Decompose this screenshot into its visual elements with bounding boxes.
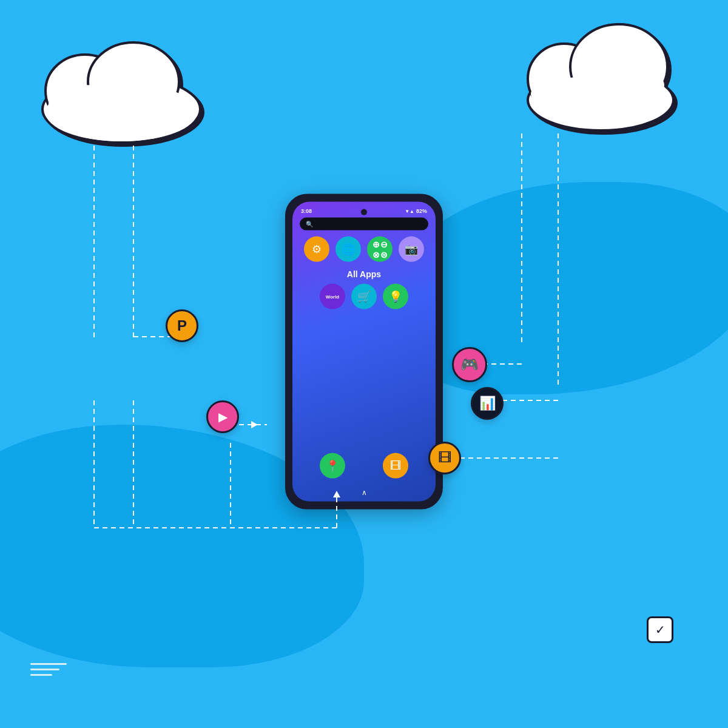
svg-point-11 <box>531 75 670 129</box>
play-symbol: ▶ <box>218 410 228 424</box>
camera-icon: 📷 <box>405 243 418 256</box>
phone-notch <box>361 209 367 215</box>
cart-app-icon[interactable]: 🛒 <box>351 284 377 309</box>
cloud-right <box>510 12 692 136</box>
location-app-icon[interactable]: 📍 <box>320 453 345 479</box>
game-float-icon[interactable]: 🎮 <box>452 347 487 382</box>
phone-outer: 3:08 ▼▲ 82% 🔍 ⚙ 🌐 <box>285 194 443 510</box>
parking-float-icon[interactable]: P <box>166 309 198 342</box>
game-icon: 🎮 <box>460 356 479 373</box>
line-3 <box>30 674 52 676</box>
world-app-icon[interactable]: World <box>320 284 345 309</box>
bottom-apps-row: World 🛒 💡 <box>292 281 436 312</box>
nav-apps-row: 📍 🎞 <box>292 451 436 481</box>
battery-level: 82% <box>416 208 427 214</box>
svg-point-5 <box>46 83 197 141</box>
search-icon: 🔍 <box>306 221 313 228</box>
signal-icon: ▼▲ <box>405 208 414 214</box>
settings-app-icon[interactable]: ⚙ <box>304 237 329 262</box>
top-apps-row: ⚙ 🌐 ⊕⊖⊗⊜ 📷 <box>292 234 436 265</box>
settings-icon: ⚙ <box>312 243 322 256</box>
all-apps-label: All Apps <box>292 265 436 281</box>
svg-marker-27 <box>251 421 258 428</box>
bulb-app-icon[interactable]: 💡 <box>383 284 408 309</box>
camera-app-icon[interactable]: 📷 <box>399 237 424 262</box>
play-float-icon[interactable]: ▶ <box>206 400 239 433</box>
parking-symbol: P <box>177 317 187 334</box>
cloud-left <box>24 24 218 148</box>
line-2 <box>30 669 59 670</box>
calculator-icon: ⊕⊖⊗⊜ <box>371 238 389 260</box>
nav-arrow: ∧ <box>292 488 436 497</box>
cart-icon: 🛒 <box>357 290 371 303</box>
film-icon: 🎞 <box>390 459 401 472</box>
globe-app-icon[interactable]: 🌐 <box>335 237 361 262</box>
search-bar[interactable]: 🔍 <box>300 218 428 231</box>
bg-wave-right <box>394 182 728 394</box>
globe-icon: 🌐 <box>342 243 355 256</box>
music-float-icon[interactable]: 📊 <box>471 387 504 420</box>
line-1 <box>30 663 67 665</box>
phone-container: 3:08 ▼▲ 82% 🔍 ⚙ 🌐 <box>285 194 443 510</box>
music-icon: 📊 <box>479 396 496 411</box>
film-float-icon[interactable]: 🎞 <box>428 442 461 474</box>
corner-box[interactable]: ✓ <box>647 616 673 643</box>
calculator-app-icon[interactable]: ⊕⊖⊗⊜ <box>367 237 393 262</box>
film-float-symbol: 🎞 <box>438 450 451 466</box>
bulb-icon: 💡 <box>389 290 402 303</box>
world-label: World <box>326 294 340 299</box>
time: 3:08 <box>301 208 312 214</box>
check-icon: ✓ <box>655 622 666 637</box>
phone-screen: 3:08 ▼▲ 82% 🔍 ⚙ 🌐 <box>292 202 436 502</box>
film-app-icon[interactable]: 🎞 <box>383 453 408 479</box>
bottom-lines-decoration <box>30 663 67 679</box>
location-icon: 📍 <box>326 459 339 473</box>
